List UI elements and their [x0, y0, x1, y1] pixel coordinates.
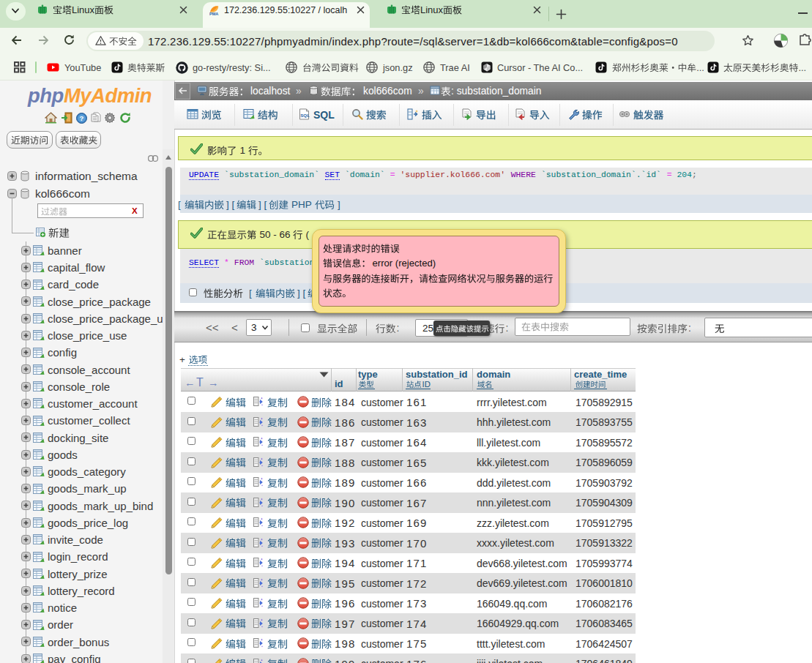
svg-text:PMA: PMA [209, 12, 218, 15]
svg-text:?: ? [80, 114, 84, 122]
svg-text:SQL: SQL [300, 113, 310, 118]
